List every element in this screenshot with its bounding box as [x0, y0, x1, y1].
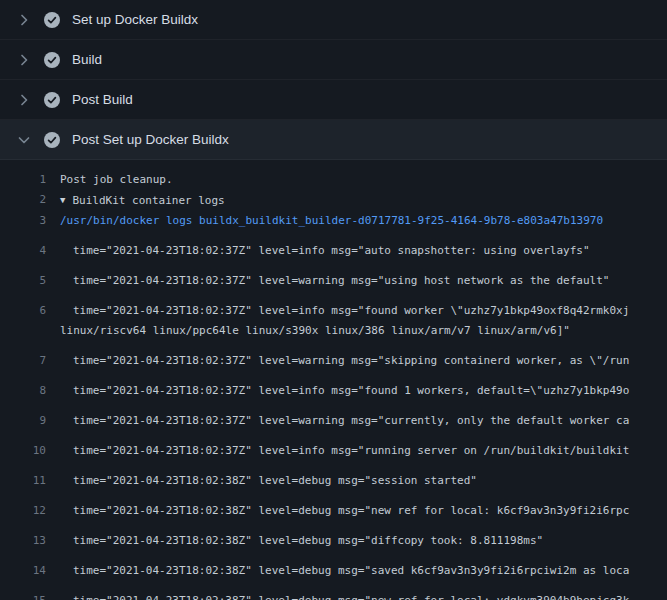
step-label: Build [72, 52, 102, 67]
log-line: 13 time="2021-04-23T18:02:38Z" level=deb… [0, 521, 667, 551]
line-text: time="2021-04-23T18:02:37Z" level=warnin… [60, 351, 629, 371]
line-number[interactable]: 6 [0, 301, 46, 321]
line-text-content: time="2021-04-23T18:02:37Z" level=info m… [60, 304, 629, 317]
line-text: time="2021-04-23T18:02:37Z" level=info m… [60, 241, 590, 261]
line-text: time="2021-04-23T18:02:38Z" level=debug … [60, 471, 477, 491]
line-text: Post job cleanup. [60, 170, 173, 190]
line-text: time="2021-04-23T18:02:38Z" level=debug … [60, 531, 543, 551]
step-row-0[interactable]: Set up Docker Buildx [0, 0, 667, 40]
steps-list: Set up Docker Buildx Build P [0, 0, 667, 160]
line-number[interactable]: 13 [0, 531, 46, 551]
line-text-content: time="2021-04-23T18:02:38Z" level=debug … [60, 564, 629, 577]
line-number[interactable] [0, 321, 46, 341]
group-toggle-icon[interactable]: ▼ [60, 195, 65, 205]
line-text-content: time="2021-04-23T18:02:37Z" level=warnin… [60, 414, 629, 427]
log-line: 9 time="2021-04-23T18:02:37Z" level=warn… [0, 401, 667, 431]
step-label: Post Set up Docker Buildx [72, 132, 229, 147]
line-number[interactable]: 11 [0, 471, 46, 491]
log-line: 2 ▼BuildKit container logs [0, 190, 667, 211]
log-line: 5 time="2021-04-23T18:02:37Z" level=warn… [0, 261, 667, 291]
chevron-icon [16, 52, 32, 68]
line-text: linux/riscv64 linux/ppc64le linux/s390x … [60, 321, 570, 341]
log-line: 8 time="2021-04-23T18:02:37Z" level=info… [0, 371, 667, 401]
line-number[interactable]: 5 [0, 271, 46, 291]
line-text-content: time="2021-04-23T18:02:37Z" level=info m… [60, 384, 629, 397]
line-text-content: time="2021-04-23T18:02:37Z" level=info m… [60, 444, 629, 457]
line-text: time="2021-04-23T18:02:38Z" level=debug … [60, 501, 629, 521]
check-circle-icon [44, 132, 60, 148]
log-line: 11 time="2021-04-23T18:02:38Z" level=deb… [0, 461, 667, 491]
log-line: 1 Post job cleanup. [0, 170, 667, 190]
line-number[interactable]: 1 [0, 170, 46, 190]
log-line: 7 time="2021-04-23T18:02:37Z" level=warn… [0, 341, 667, 371]
line-text: time="2021-04-23T18:02:37Z" level=info m… [60, 381, 629, 401]
line-text: time="2021-04-23T18:02:37Z" level=warnin… [60, 271, 609, 291]
line-number[interactable]: 7 [0, 351, 46, 371]
chevron-icon [16, 92, 32, 108]
line-text: time="2021-04-23T18:02:38Z" level=debug … [60, 591, 629, 600]
step-row-3[interactable]: Post Set up Docker Buildx [0, 120, 667, 160]
line-number[interactable]: 8 [0, 381, 46, 401]
line-number[interactable]: 9 [0, 411, 46, 431]
check-circle-icon [44, 52, 60, 68]
line-text-content: time="2021-04-23T18:02:37Z" level=info m… [60, 244, 590, 257]
line-number[interactable]: 4 [0, 241, 46, 261]
line-number[interactable]: 12 [0, 501, 46, 521]
line-text: /usr/bin/docker logs buildx_buildkit_bui… [60, 211, 603, 231]
line-text: time="2021-04-23T18:02:37Z" level=warnin… [60, 411, 629, 431]
line-text-content: linux/riscv64 linux/ppc64le linux/s390x … [60, 324, 570, 337]
log-line: 15 time="2021-04-23T18:02:38Z" level=deb… [0, 581, 667, 600]
step-row-2[interactable]: Post Build [0, 80, 667, 120]
line-text-content: time="2021-04-23T18:02:38Z" level=debug … [60, 504, 629, 517]
chevron-icon [16, 132, 32, 148]
line-text-content: time="2021-04-23T18:02:38Z" level=debug … [60, 534, 543, 547]
line-text-content: Post job cleanup. [60, 173, 173, 186]
line-text: time="2021-04-23T18:02:37Z" level=info m… [60, 301, 629, 321]
log-line: 3 /usr/bin/docker logs buildx_buildkit_b… [0, 211, 667, 231]
line-number[interactable]: 2 [0, 190, 46, 211]
line-number[interactable]: 15 [0, 591, 46, 600]
check-circle-icon [44, 92, 60, 108]
line-number[interactable]: 3 [0, 211, 46, 231]
chevron-icon [16, 12, 32, 28]
check-circle-icon [44, 12, 60, 28]
line-text: time="2021-04-23T18:02:37Z" level=info m… [60, 441, 629, 461]
log-line: 12 time="2021-04-23T18:02:38Z" level=deb… [0, 491, 667, 521]
line-text-content: time="2021-04-23T18:02:38Z" level=debug … [60, 594, 629, 600]
step-row-1[interactable]: Build [0, 40, 667, 80]
line-number[interactable]: 14 [0, 561, 46, 581]
line-text-content: /usr/bin/docker logs buildx_buildkit_bui… [60, 214, 603, 227]
log-line: 10 time="2021-04-23T18:02:37Z" level=inf… [0, 431, 667, 461]
line-text-content: BuildKit container logs [72, 194, 224, 207]
step-label: Set up Docker Buildx [72, 12, 198, 27]
step-label: Post Build [72, 92, 133, 107]
line-text-content: time="2021-04-23T18:02:37Z" level=warnin… [60, 354, 629, 367]
line-text-content: time="2021-04-23T18:02:38Z" level=debug … [60, 474, 477, 487]
line-text: time="2021-04-23T18:02:38Z" level=debug … [60, 561, 629, 581]
line-number[interactable]: 10 [0, 441, 46, 461]
log-line: 4 time="2021-04-23T18:02:37Z" level=info… [0, 231, 667, 261]
log-line: linux/riscv64 linux/ppc64le linux/s390x … [0, 321, 667, 341]
line-text: ▼BuildKit container logs [60, 190, 225, 211]
log-viewer: 1 Post job cleanup. 2 ▼BuildKit containe… [0, 160, 667, 600]
log-line: 14 time="2021-04-23T18:02:38Z" level=deb… [0, 551, 667, 581]
log-line: 6 time="2021-04-23T18:02:37Z" level=info… [0, 291, 667, 321]
line-text-content: time="2021-04-23T18:02:37Z" level=warnin… [60, 274, 609, 287]
